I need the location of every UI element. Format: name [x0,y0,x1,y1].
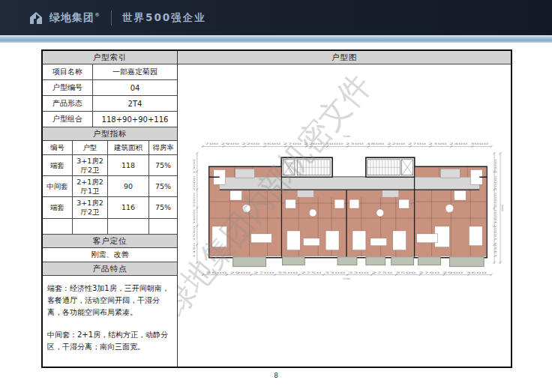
cell-area: 118 [108,155,149,175]
floor-plan-drawing: 33400 700 2900 2200 3600 2700 2200 3000 … [178,64,511,367]
row-value: 04 [93,80,177,95]
features-text: 端套：经济性3加1房，三开间朝南，客餐通厅，活动空间开阔，干湿分离，各功能空间布… [43,276,177,370]
layout-sheet: 户型索引 项目名称 一部嘉定菊园 户型编号 04 产品形态 2T4 户型组合 1… [41,49,512,368]
cell-type: 2+1房2厅1卫 [73,176,108,196]
feature-paragraph: 端套：经济性3加1房，三开间朝南，客餐通厅，活动空间开阔，干湿分离，各功能空间布… [47,283,172,319]
metrics-header-row: 编号 户型 建筑面积 得房率 [43,141,177,155]
stair-core-right [366,157,415,177]
metrics-section-title: 户型指标 [43,127,177,141]
table-row: 项目名称 一部嘉定菊园 [43,64,177,80]
row-value: 一部嘉定菊园 [93,64,177,79]
cell-ratio: 75% [149,155,177,175]
table-row: 端套 3+1房2厅2卫 116 75% [43,197,177,219]
cell-ratio: 75% [149,176,177,196]
cell-area: 116 [108,197,149,218]
table-row: 中间套 2+1房2厅1卫 90 75% [43,176,177,197]
row-label: 项目名称 [43,64,93,79]
row-value: 2T4 [93,96,177,111]
column-header: 编号 [43,141,73,154]
positioning-section-title: 客户定位 [43,235,177,248]
total-width-label: 33400 [343,135,350,138]
header-divider [111,10,112,25]
dimension-right: 1450 1550 1600 2000 2000 1300 10800 [494,152,504,264]
index-section-title: 户型索引 [43,51,177,64]
table-row: 户型编号 04 [43,80,177,96]
brand-logo: 绿地集团® [28,11,100,25]
row-label: 户型组合 [43,112,93,127]
page-number: 8 [0,372,552,379]
top-dimension-values: 700 2900 2200 3600 2700 2200 3000 2300 4… [205,142,488,145]
left-dimension-values: 1450 1550 1600 2000 2000 1300 [193,159,196,257]
dimension-bottom: 3600 2900 2700 3500 2750 3300 3300 2750 … [202,271,493,280]
total-depth-label: 10800 [501,205,504,212]
column-header: 户型 [73,141,108,154]
right-dimension-values: 1450 1550 1600 2000 2000 1300 [494,159,497,257]
bottom-dimension-values: 3600 2900 2700 3500 2750 3300 3300 2750 … [206,271,487,274]
row-value: 118+90+90+116 [93,112,177,127]
brand-name: 绿地集团® [50,11,100,25]
greenland-logo-icon [28,11,44,25]
accent-strip [0,35,552,43]
cell-ratio [149,219,177,234]
cell-no: 中间套 [43,176,73,196]
cell-no [43,219,73,234]
balconies [233,257,484,267]
column-header: 建筑面积 [108,141,149,154]
cell-area: 90 [108,176,149,196]
floor-plan-area: 33400 700 2900 2200 3600 2700 2200 3000 … [178,64,511,367]
unit-info-panel: 户型索引 项目名称 一部嘉定菊园 户型编号 04 产品形态 2T4 户型组合 1… [43,51,178,367]
brand-tagline: 世界500强企业 [122,11,206,25]
cell-no: 端套 [43,197,73,218]
brand-header-bar: 绿地集团® 世界500强企业 [0,0,552,35]
positioning-value: 刚需、改善 [43,248,177,262]
cell-type [73,219,108,234]
feature-paragraph: 中间套：2+1房，结构方正，动静分区，干湿分离；南向三面宽。 [47,329,172,353]
cell-area [108,219,149,234]
table-row: 户型组合 118+90+90+116 [43,112,177,127]
cell-type: 3+1房2厅2卫 [73,197,108,218]
plan-section-title: 户型图 [178,51,511,64]
row-label: 户型编号 [43,80,93,95]
floor-plan-panel: 户型图 33400 700 2900 2200 3600 2700 2200 3… [178,51,511,367]
row-label: 产品形态 [43,96,93,111]
total-width-label-bottom: 33400 [343,277,350,280]
registered-mark: ® [94,12,100,18]
cell-no: 端套 [43,155,73,175]
cell-type: 3+1房2厅2卫 [73,155,108,175]
table-row: 端套 3+1房2厅2卫 118 75% [43,155,177,176]
features-section-title: 产品特点 [43,262,177,276]
table-row-empty [43,219,177,235]
column-header: 得房率 [149,141,177,154]
cell-ratio: 75% [149,197,177,218]
table-row: 产品形态 2T4 [43,96,177,112]
dimension-top: 33400 700 2900 2200 3600 2700 2200 3000 … [202,135,493,147]
